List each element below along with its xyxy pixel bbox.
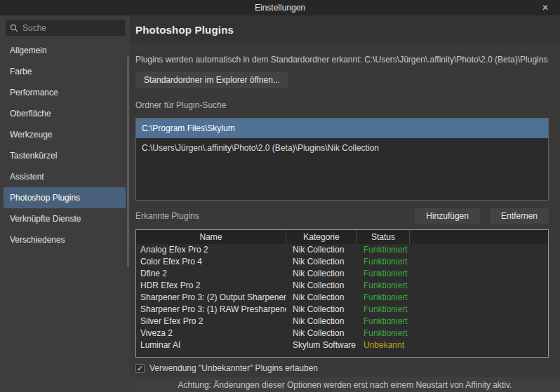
- footer-note-bar: Achtung: Änderungen dieser Optionen werd…: [130, 377, 560, 392]
- sidebar-item[interactable]: Performance: [4, 82, 126, 103]
- column-header-filler: [410, 230, 548, 244]
- sidebar-item-label: Farbe: [10, 67, 32, 76]
- table-row[interactable]: Dfine 2 Nik Collection Funktioniert: [136, 268, 548, 280]
- sidebar-item[interactable]: Werkzeuge: [4, 124, 126, 145]
- sidebar-item[interactable]: Verknüpfte Dienste: [4, 208, 126, 229]
- sidebar-item-label: Assistent: [10, 172, 44, 182]
- plugin-name: Sharpener Pro 3: (2) Output Sharpener: [136, 292, 286, 304]
- column-header-category: Kategorie: [286, 230, 357, 244]
- page-title-strip: Photoshop Plugins: [130, 15, 560, 43]
- detected-plugins-table: Name Kategorie Status Analog Efex Pro 2 …: [135, 229, 549, 358]
- plugin-row-filler: [410, 268, 548, 280]
- table-header-row: Name Kategorie Status: [136, 230, 548, 244]
- table-row[interactable]: Sharpener Pro 3: (2) Output Sharpener Ni…: [136, 292, 548, 304]
- table-row[interactable]: HDR Efex Pro 2 Nik Collection Funktionie…: [136, 280, 548, 292]
- plugin-row-filler: [410, 280, 548, 292]
- plugin-status: Funktioniert: [357, 304, 410, 316]
- plugin-name: Dfine 2: [136, 268, 286, 280]
- plugin-status: Funktioniert: [357, 327, 410, 339]
- plugin-category: Nik Collection: [286, 316, 357, 327]
- sidebar-item-label: Oberfläche: [10, 109, 51, 119]
- sidebar-item[interactable]: Farbe: [4, 61, 126, 82]
- search-box[interactable]: [6, 20, 125, 36]
- plugin-search-folders-label: Ordner für Plugin-Suche: [135, 100, 549, 110]
- table-body: Analog Efex Pro 2 Nik Collection Funktio…: [136, 244, 548, 351]
- plugin-category: Nik Collection: [286, 327, 357, 339]
- plugin-row-filler: [410, 292, 548, 304]
- settings-window: Einstellungen ✕ Allgemein Farbe Performa: [0, 0, 560, 392]
- table-row[interactable]: Luminar AI Skylum Software Unbekannt: [136, 339, 548, 351]
- sidebar-item[interactable]: Oberfläche: [4, 103, 126, 124]
- sidebar: Allgemein Farbe Performance Oberfläche W…: [0, 15, 130, 392]
- plugin-status: Funktioniert: [357, 316, 410, 327]
- search-icon: [10, 24, 18, 32]
- add-folder-button[interactable]: Hinzufügen: [415, 208, 480, 224]
- plugin-status: Funktioniert: [357, 292, 410, 304]
- sidebar-item[interactable]: Verschiedenes: [4, 229, 126, 250]
- plugin-name: Viveza 2: [136, 327, 286, 339]
- table-row[interactable]: Silver Efex Pro 2 Nik Collection Funktio…: [136, 316, 548, 327]
- remove-folder-button[interactable]: Entfernen: [490, 208, 549, 224]
- plugin-row-filler: [410, 304, 548, 316]
- allow-unknown-plugins-row[interactable]: ✓ Verwendung "Unbekannter" Plugins erlau…: [135, 363, 549, 373]
- titlebar: Einstellungen ✕: [0, 0, 560, 15]
- plugin-row-filler: [410, 327, 548, 339]
- table-row[interactable]: Color Efex Pro 4 Nik Collection Funktion…: [136, 256, 548, 268]
- plugin-status: Unbekannt: [357, 339, 410, 351]
- plugin-name: HDR Efex Pro 2: [136, 280, 286, 292]
- sidebar-item[interactable]: Allgemein: [4, 40, 126, 61]
- sidebar-item-label: Photoshop Plugins: [10, 193, 80, 203]
- plugin-category: Nik Collection: [286, 280, 357, 292]
- plugin-category: Nik Collection: [286, 244, 357, 256]
- plugin-row-filler: [410, 244, 548, 256]
- table-row[interactable]: Analog Efex Pro 2 Nik Collection Funktio…: [136, 244, 548, 256]
- settings-category-list: Allgemein Farbe Performance Oberfläche W…: [0, 40, 130, 250]
- plugin-name: Color Efex Pro 4: [136, 256, 286, 268]
- sidebar-item-label: Verknüpfte Dienste: [10, 214, 81, 224]
- folder-row[interactable]: C:\Program Files\Skylum: [136, 119, 548, 138]
- main-panel: Photoshop Plugins Plugins werden automat…: [130, 15, 560, 392]
- plugin-folder-list: C:\Program Files\Skylum C:\Users\Jürgen\…: [135, 118, 549, 201]
- plugin-row-filler: [410, 316, 548, 327]
- table-row[interactable]: Sharpener Pro 3: (1) RAW Presharpener Ni…: [136, 304, 548, 316]
- sidebar-item-label: Verschiedenes: [10, 235, 65, 245]
- plugin-status: Funktioniert: [357, 268, 410, 280]
- column-header-name: Name: [136, 230, 286, 244]
- page-title: Photoshop Plugins: [135, 24, 234, 36]
- open-default-folder-button[interactable]: Standardordner im Explorer öffnen...: [135, 72, 288, 88]
- plugin-name: Luminar AI: [136, 339, 286, 351]
- auto-detect-text: Plugins werden automatisch in dem Standa…: [135, 55, 549, 65]
- search-input[interactable]: [22, 23, 121, 33]
- column-header-status: Status: [357, 230, 410, 244]
- close-icon[interactable]: ✕: [538, 0, 553, 15]
- plugin-status: Funktioniert: [357, 256, 410, 268]
- plugin-row-filler: [410, 339, 548, 351]
- folder-path: C:\Users\Jürgen\.affinity\Photo\2.0 (Bet…: [142, 143, 379, 153]
- plugin-category: Nik Collection: [286, 304, 357, 316]
- sidebar-item-label: Werkzeuge: [10, 130, 52, 140]
- check-icon: ✓: [137, 365, 143, 372]
- allow-unknown-checkbox[interactable]: ✓: [135, 364, 145, 373]
- plugin-status: Funktioniert: [357, 244, 410, 256]
- plugin-status: Funktioniert: [357, 280, 410, 292]
- sidebar-item-label: Allgemein: [10, 46, 47, 55]
- plugin-name: Sharpener Pro 3: (1) RAW Presharpener: [136, 304, 286, 316]
- plugin-name: Silver Efex Pro 2: [136, 316, 286, 327]
- plugin-category: Nik Collection: [286, 256, 357, 268]
- detected-plugins-toolbar: Erkannte Plugins Hinzufügen Entfernen: [135, 208, 549, 224]
- window-title: Einstellungen: [255, 3, 305, 13]
- plugin-row-filler: [410, 256, 548, 268]
- allow-unknown-label: Verwendung "Unbekannter" Plugins erlaube…: [149, 363, 318, 373]
- plugin-category: Skylum Software: [286, 339, 357, 351]
- sidebar-item-label: Performance: [10, 88, 58, 97]
- plugin-category: Nik Collection: [286, 292, 357, 304]
- sidebar-item[interactable]: Tastenkürzel: [4, 145, 126, 166]
- sidebar-item-label: Tastenkürzel: [10, 151, 57, 161]
- sidebar-item[interactable]: Photoshop Plugins: [4, 187, 126, 208]
- sidebar-item[interactable]: Assistent: [4, 166, 126, 187]
- plugin-name: Analog Efex Pro 2: [136, 244, 286, 256]
- folder-row[interactable]: C:\Users\Jürgen\.affinity\Photo\2.0 (Bet…: [136, 138, 548, 158]
- sidebar-scrollbar[interactable]: [127, 56, 129, 266]
- table-row[interactable]: Viveza 2 Nik Collection Funktioniert: [136, 327, 548, 339]
- content: Plugins werden automatisch in dem Standa…: [130, 43, 560, 377]
